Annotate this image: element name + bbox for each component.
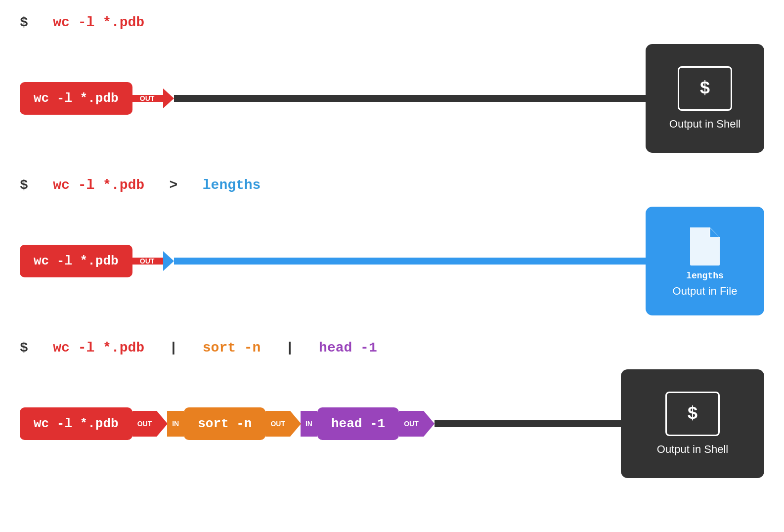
section1-line xyxy=(174,95,646,102)
section1-flow: wc -l *.pdb OUT $ Output in Shell xyxy=(20,44,764,153)
section3-shell-label: Output in Shell xyxy=(657,443,728,456)
section2: $ wc -l *.pdb > lengths wc -l *.pdb OUT xyxy=(20,177,764,315)
section3-shell-box: $ Output in Shell xyxy=(621,369,764,478)
section1-shell-box: $ Output in Shell xyxy=(646,44,764,153)
section1-command: $ wc -l *.pdb xyxy=(20,15,764,30)
dollar2: $ xyxy=(20,177,28,193)
pipe1-connector: OUT IN xyxy=(132,411,184,437)
section3-shell-dollar: $ xyxy=(687,404,698,424)
dollar3: $ xyxy=(20,340,28,355)
section2-pill-text: wc -l *.pdb xyxy=(34,254,119,268)
cmd2-gt: > xyxy=(170,177,178,193)
cmd3-text-purple: head -1 xyxy=(319,340,377,355)
out2-label: OUT xyxy=(270,420,285,428)
section3-pill2-text: sort -n xyxy=(198,416,252,431)
cmd3-pipe1: | xyxy=(170,340,178,355)
section3-flow: wc -l *.pdb OUT IN sort -n OUT I xyxy=(20,369,764,478)
pipe2-connector: OUT IN xyxy=(265,411,317,437)
out3-label: OUT xyxy=(404,420,419,428)
out3-tip xyxy=(424,411,435,437)
section3-pill3[interactable]: head -1 xyxy=(317,407,399,440)
section1-shell-label: Output in Shell xyxy=(669,118,740,131)
section3-pill2[interactable]: sort -n xyxy=(184,407,265,440)
out1-label: OUT xyxy=(137,420,152,428)
section2-command: $ wc -l *.pdb > lengths xyxy=(20,177,764,193)
section2-file-box: lengths Output in File xyxy=(646,207,764,315)
section1: $ wc -l *.pdb wc -l *.pdb OUT $ Output i… xyxy=(20,15,764,153)
section1-out-label: OUT xyxy=(140,94,155,102)
dollar1: $ xyxy=(20,15,28,30)
section2-file-label: Output in File xyxy=(673,285,738,298)
in2-label: IN xyxy=(305,420,312,428)
cmd2-text-blue: lengths xyxy=(203,177,261,193)
section3-shell-inner: $ xyxy=(665,392,720,436)
out1-tip xyxy=(157,411,168,437)
section2-out-arrow: OUT xyxy=(131,251,174,271)
section1-pill[interactable]: wc -l *.pdb xyxy=(20,82,132,115)
cmd2-text-red: wc -l *.pdb xyxy=(53,177,144,193)
file-icon xyxy=(688,225,722,267)
cmd3-text-orange: sort -n xyxy=(203,340,261,355)
pipe3-connector: OUT xyxy=(399,411,435,437)
out2-tip xyxy=(290,411,301,437)
cmd3-pipe2: | xyxy=(286,340,294,355)
section3: $ wc -l *.pdb | sort -n | head -1 wc -l … xyxy=(20,340,764,478)
section1-pill-text: wc -l *.pdb xyxy=(34,91,119,106)
section2-line xyxy=(174,258,646,265)
section2-flow: wc -l *.pdb OUT lengths Output in File xyxy=(20,207,764,315)
section1-shell-inner: $ xyxy=(678,66,732,111)
cmd1-text: wc -l *.pdb xyxy=(53,15,144,30)
section3-pill1-text: wc -l *.pdb xyxy=(34,416,119,431)
section2-out-label: OUT xyxy=(140,257,155,265)
cmd3-text-red: wc -l *.pdb xyxy=(53,340,144,355)
section3-pill1[interactable]: wc -l *.pdb xyxy=(20,407,132,440)
section3-command: $ wc -l *.pdb | sort -n | head -1 xyxy=(20,340,764,355)
section1-shell-dollar: $ xyxy=(699,79,710,99)
section1-out-arrow: OUT xyxy=(131,89,174,108)
section2-pill[interactable]: wc -l *.pdb xyxy=(20,245,132,277)
in1-label: IN xyxy=(172,420,179,428)
section2-filename: lengths xyxy=(686,271,724,281)
section3-line xyxy=(435,420,621,427)
section3-pill3-text: head -1 xyxy=(331,416,385,431)
